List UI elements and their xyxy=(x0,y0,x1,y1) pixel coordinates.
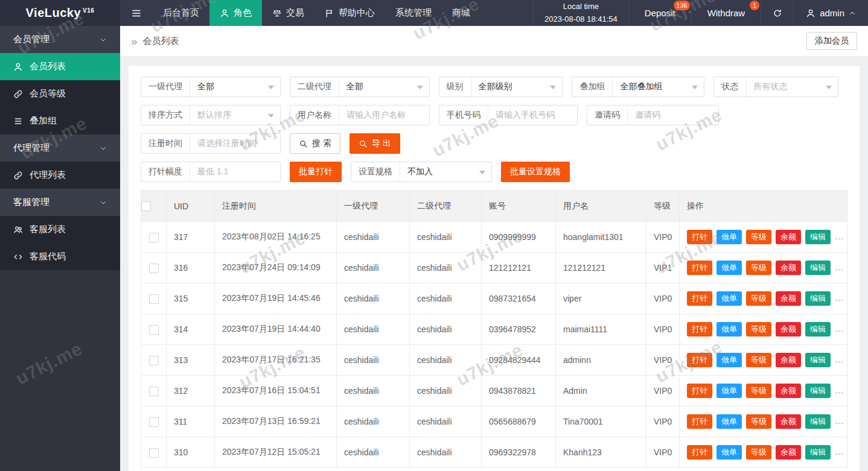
input-placeholder[interactable]: 邀请码 xyxy=(628,110,718,121)
filter-invite-input[interactable]: 邀请码邀请码 xyxy=(587,105,719,125)
row-checkbox[interactable] xyxy=(149,294,159,304)
balance-button[interactable]: 余额 xyxy=(776,353,801,367)
sidebar-section-agent-management[interactable]: 代理管理 xyxy=(0,134,120,162)
level-button[interactable]: 等级 xyxy=(746,291,771,306)
sidebar-item-service-list[interactable]: 客服列表 xyxy=(0,216,120,243)
more-actions-button[interactable]: ... xyxy=(835,324,844,333)
input-placeholder[interactable]: 最低 1.1 xyxy=(190,166,280,177)
inject-button[interactable]: 打针 xyxy=(687,445,712,460)
filter-level-select[interactable]: 级别全部级别 xyxy=(439,77,563,97)
sidebar-item-member-level[interactable]: 会员等级 xyxy=(0,80,120,107)
level-button[interactable]: 等级 xyxy=(746,261,771,275)
edit-button[interactable]: 编辑 xyxy=(805,291,831,306)
level-button[interactable]: 等级 xyxy=(746,384,771,398)
more-actions-button[interactable]: ... xyxy=(835,232,844,241)
more-actions-button[interactable]: ... xyxy=(835,293,844,303)
level-button[interactable]: 等级 xyxy=(746,414,771,429)
sidebar-section-service-management[interactable]: 客服管理 xyxy=(0,189,120,216)
filter-username-input[interactable]: 用户名称请输入用户名称 xyxy=(290,105,430,125)
sidebar-item-service-code[interactable]: 客服代码 xyxy=(0,243,120,270)
edit-button[interactable]: 编辑 xyxy=(805,230,831,244)
selected-value[interactable]: 不加入 xyxy=(400,166,479,177)
inject-button[interactable]: 打针 xyxy=(687,230,712,244)
sidebar-section-member-management[interactable]: 会员管理 xyxy=(0,26,120,53)
filter-spec-select[interactable]: 设置规格不加入 xyxy=(351,162,492,182)
row-checkbox[interactable] xyxy=(149,325,159,335)
input-placeholder[interactable]: 请输入用户名称 xyxy=(339,110,429,121)
row-checkbox[interactable] xyxy=(149,448,159,458)
edit-button[interactable]: 编辑 xyxy=(805,445,831,460)
selected-value[interactable]: 所有状态 xyxy=(746,81,826,92)
order-button[interactable]: 做单 xyxy=(716,291,742,306)
sidebar-item-stack-group[interactable]: 叠加组 xyxy=(0,107,120,134)
selected-value[interactable]: 全部叠加组 xyxy=(613,81,692,92)
sidebar-item-agent-list[interactable]: 代理列表 xyxy=(0,162,120,189)
level-button[interactable]: 等级 xyxy=(746,322,771,337)
edit-button[interactable]: 编辑 xyxy=(805,322,831,337)
order-button[interactable]: 做单 xyxy=(716,414,742,429)
withdraw-button[interactable]: Withdraw 1 xyxy=(692,0,762,26)
more-actions-button[interactable]: ... xyxy=(835,262,844,272)
balance-button[interactable]: 余额 xyxy=(776,414,801,429)
balance-button[interactable]: 余额 xyxy=(776,384,801,398)
filter-agent2-select[interactable]: 二级代理全部 xyxy=(290,77,430,97)
inject-button[interactable]: 打针 xyxy=(687,414,712,429)
edit-button[interactable]: 编辑 xyxy=(805,414,831,429)
deposit-button[interactable]: Deposit 136 xyxy=(629,0,692,26)
row-checkbox[interactable] xyxy=(149,417,159,427)
selected-value[interactable]: 全部 xyxy=(339,81,417,92)
order-button[interactable]: 做单 xyxy=(716,322,742,337)
balance-button[interactable]: 余额 xyxy=(776,322,801,337)
search-button[interactable]: 搜 索 xyxy=(290,133,340,154)
inject-button[interactable]: 打针 xyxy=(687,322,712,337)
filter-stack-select[interactable]: 叠加组全部叠加组 xyxy=(572,77,704,97)
filter-agent1-select[interactable]: 一级代理全部 xyxy=(141,77,281,97)
filter-status-select[interactable]: 状态所有状态 xyxy=(713,77,838,97)
row-checkbox[interactable] xyxy=(149,233,159,242)
add-member-button[interactable]: 添加会员 xyxy=(806,32,857,50)
inject-button[interactable]: 打针 xyxy=(687,353,712,367)
row-checkbox[interactable] xyxy=(149,264,159,273)
selected-value[interactable]: 默认排序 xyxy=(190,110,268,121)
filter-inject-input[interactable]: 打针幅度最低 1.1 xyxy=(141,162,281,182)
select-all-checkbox[interactable] xyxy=(141,201,151,211)
topnav-item-system-management[interactable]: 系统管理 xyxy=(385,0,442,26)
export-button[interactable]: 导 出 xyxy=(349,133,400,154)
row-checkbox[interactable] xyxy=(149,356,159,365)
filter-regtime-input[interactable]: 注册时间请选择注册时间 xyxy=(141,133,281,154)
batch-inject-button[interactable]: 批量打针 xyxy=(290,162,342,182)
balance-button[interactable]: 余额 xyxy=(776,230,801,244)
edit-button[interactable]: 编辑 xyxy=(805,384,831,398)
order-button[interactable]: 做单 xyxy=(716,384,742,398)
input-placeholder[interactable]: 请输入手机号码 xyxy=(488,110,577,121)
level-button[interactable]: 等级 xyxy=(746,445,771,460)
more-actions-button[interactable]: ... xyxy=(835,447,844,457)
admin-menu[interactable]: admin xyxy=(794,0,868,26)
balance-button[interactable]: 余额 xyxy=(776,261,801,275)
topnav-item-roles[interactable]: 角色 xyxy=(209,0,262,26)
more-actions-button[interactable]: ... xyxy=(835,385,844,395)
row-checkbox[interactable] xyxy=(149,387,159,396)
order-button[interactable]: 做单 xyxy=(716,353,742,367)
order-button[interactable]: 做单 xyxy=(716,445,742,460)
topnav-item-dashboard[interactable]: 后台首页 xyxy=(153,0,209,26)
level-button[interactable]: 等级 xyxy=(746,353,771,367)
batch-spec-button[interactable]: 批量设置规格 xyxy=(501,162,570,182)
topnav-item-help-center[interactable]: 帮助中心 xyxy=(314,0,385,26)
edit-button[interactable]: 编辑 xyxy=(805,353,831,367)
inject-button[interactable]: 打针 xyxy=(687,261,712,275)
more-actions-button[interactable]: ... xyxy=(835,355,844,364)
level-button[interactable]: 等级 xyxy=(746,230,771,244)
refresh-button[interactable] xyxy=(761,0,794,26)
order-button[interactable]: 做单 xyxy=(716,230,742,244)
edit-button[interactable]: 编辑 xyxy=(805,261,831,275)
balance-button[interactable]: 余额 xyxy=(776,291,801,306)
inject-button[interactable]: 打针 xyxy=(687,291,712,306)
input-placeholder[interactable]: 请选择注册时间 xyxy=(190,138,280,149)
balance-button[interactable]: 余额 xyxy=(776,445,801,460)
inject-button[interactable]: 打针 xyxy=(687,384,712,398)
topnav-item-trade[interactable]: 交易 xyxy=(262,0,314,26)
more-actions-button[interactable]: ... xyxy=(835,416,844,426)
collapse-sidebar-button[interactable] xyxy=(120,0,153,26)
filter-sort-select[interactable]: 排序方式默认排序 xyxy=(141,105,281,125)
